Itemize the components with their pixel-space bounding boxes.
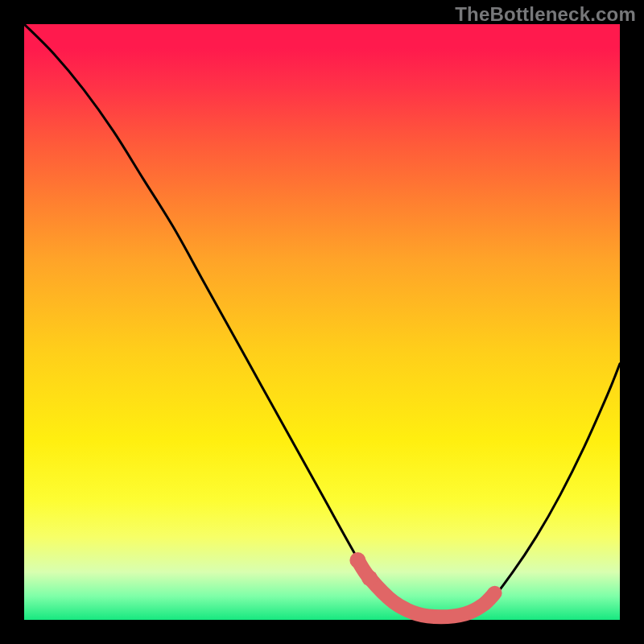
curve-overlay [24, 24, 620, 620]
highlight-dot [349, 552, 365, 568]
watermark-text: TheBottleneck.com [455, 3, 636, 26]
highlight-band [357, 560, 494, 617]
chart-frame: TheBottleneck.com [0, 0, 644, 644]
highlight-dot [361, 570, 378, 586]
bottleneck-curve [24, 24, 620, 617]
